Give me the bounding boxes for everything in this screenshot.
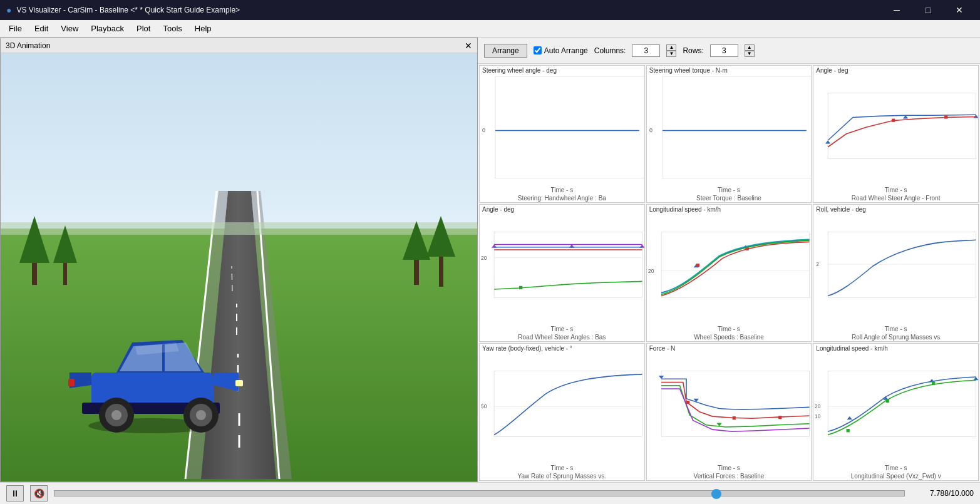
svg-text:10: 10 xyxy=(815,413,821,419)
plot-1-area: 0 xyxy=(480,75,644,186)
svg-rect-65 xyxy=(828,232,976,298)
animation-close-button[interactable]: ✕ xyxy=(465,41,472,51)
plot-5-xlabel: Time - s xyxy=(647,325,812,333)
plot-panel: Arrange Auto Arrange Columns: ▲ ▼ Rows: … xyxy=(478,38,980,482)
plot-3-title: Angle - deg xyxy=(813,66,978,75)
menu-tools[interactable]: Tools xyxy=(157,21,188,36)
plot-2-title: Steering wheel torque - N-m xyxy=(647,66,812,75)
rows-spinner[interactable]: ▲ ▼ xyxy=(745,44,755,57)
menu-plot[interactable]: Plot xyxy=(130,21,157,36)
plot-8-area xyxy=(647,353,812,464)
plot-9-caption: Longitudinal Speed (Vxz_Fwd) v xyxy=(813,472,978,480)
auto-arrange-checkbox[interactable] xyxy=(534,46,542,54)
plot-4-area: 20 xyxy=(480,214,644,325)
plot-1-title: Steering wheel angle - deg xyxy=(480,66,644,75)
plot-6[interactable]: Roll, vehicle - deg 2 Time - s Roll Angl… xyxy=(813,204,979,342)
plot-2-xlabel: Time - s xyxy=(647,186,812,194)
scene-svg xyxy=(1,53,477,481)
statusbar: ⏸ 🔇 7.788/10.000 xyxy=(0,482,980,504)
plot-4[interactable]: Angle - deg 20 xyxy=(479,204,645,342)
plot-4-title: Angle - deg xyxy=(480,205,644,214)
time-display: 7.788/10.000 xyxy=(911,489,974,498)
columns-up[interactable]: ▲ xyxy=(666,44,676,51)
plot-5-title: Longitudinal speed - km/h xyxy=(647,205,812,214)
plot-7-xlabel: Time - s xyxy=(480,464,644,472)
plot-9-title: Longitudinal speed - km/h xyxy=(813,344,978,353)
plot-7[interactable]: Yaw rate (body-fixed), vehicle - ° 50 Ti… xyxy=(479,343,645,481)
rows-up[interactable]: ▲ xyxy=(745,44,755,51)
animation-panel: 3D Animation ✕ xyxy=(0,38,478,482)
plot-7-title: Yaw rate (body-fixed), vehicle - ° xyxy=(480,344,644,353)
play-pause-button[interactable]: ⏸ xyxy=(6,485,24,501)
rows-input[interactable] xyxy=(710,44,738,57)
plot-9-area: 20 10 xyxy=(813,353,978,464)
plot-9-xlabel: Time - s xyxy=(813,464,978,472)
svg-rect-26 xyxy=(68,379,75,386)
3d-scene xyxy=(1,53,477,481)
plot-6-caption: Roll Angle of Sprung Masses vs xyxy=(813,333,978,341)
plot-3-caption: Road Wheel Steer Angle - Front xyxy=(813,194,978,202)
plot-3-xlabel: Time - s xyxy=(813,186,978,194)
menu-playback[interactable]: Playback xyxy=(85,21,130,36)
svg-rect-76 xyxy=(778,416,781,419)
mute-button[interactable]: 🔇 xyxy=(30,485,48,501)
plot-6-xlabel: Time - s xyxy=(813,325,978,333)
columns-input[interactable] xyxy=(632,44,660,57)
menu-file[interactable]: File xyxy=(3,21,28,36)
plot-5[interactable]: Longitudinal speed - km/h 20 xyxy=(646,204,812,342)
svg-rect-57 xyxy=(519,286,522,289)
svg-rect-10 xyxy=(1,222,477,235)
progress-bar[interactable] xyxy=(54,490,905,496)
svg-rect-25 xyxy=(235,380,243,386)
maximize-button[interactable]: □ xyxy=(914,0,942,20)
svg-rect-49 xyxy=(892,119,895,122)
plot-4-caption: Road Wheel Steer Angles : Bas xyxy=(480,333,644,341)
main-area: 3D Animation ✕ xyxy=(0,38,980,482)
plot-5-area: 20 xyxy=(647,214,812,325)
plot-4-xlabel: Time - s xyxy=(480,325,644,333)
plot-1[interactable]: Steering wheel angle - deg 0 Time - s St… xyxy=(479,65,645,203)
plot-2[interactable]: Steering wheel torque - N-m 0 Time - s S… xyxy=(646,65,812,203)
minimize-button[interactable]: ─ xyxy=(882,0,911,20)
progress-thumb[interactable] xyxy=(711,489,721,499)
app-icon: ● xyxy=(6,5,11,15)
columns-down[interactable]: ▼ xyxy=(666,51,676,57)
svg-rect-75 xyxy=(732,416,735,419)
plot-9[interactable]: Longitudinal speed - km/h 20 10 xyxy=(813,343,979,481)
plot-5-caption: Wheel Speeds : Baseline xyxy=(647,333,812,341)
close-button[interactable]: ✕ xyxy=(945,0,974,20)
plot-toolbar: Arrange Auto Arrange Columns: ▲ ▼ Rows: … xyxy=(478,38,980,64)
svg-text:0: 0 xyxy=(649,127,652,133)
plot-1-xlabel: Time - s xyxy=(480,186,644,194)
columns-label: Columns: xyxy=(594,46,626,55)
arrange-button[interactable]: Arrange xyxy=(484,44,527,58)
plot-2-caption: Steer Torque : Baseline xyxy=(647,194,812,202)
plot-6-title: Roll, vehicle - deg xyxy=(813,205,978,214)
svg-rect-86 xyxy=(847,429,850,432)
svg-text:2: 2 xyxy=(817,261,820,267)
svg-text:20: 20 xyxy=(481,255,487,261)
svg-text:0: 0 xyxy=(482,127,485,133)
svg-rect-78 xyxy=(828,371,976,437)
svg-point-21 xyxy=(111,410,121,420)
menu-help[interactable]: Help xyxy=(188,21,218,36)
plot-8-caption: Vertical Forces : Baseline xyxy=(647,472,812,480)
svg-rect-68 xyxy=(494,371,642,437)
plot-7-area: 50 xyxy=(480,353,644,464)
plot-8[interactable]: Force - N xyxy=(646,343,812,481)
svg-text:20: 20 xyxy=(648,268,654,274)
plot-3[interactable]: Angle - deg xyxy=(813,65,979,203)
svg-text:50: 50 xyxy=(481,404,487,410)
plot-3-area xyxy=(813,75,978,186)
svg-rect-74 xyxy=(686,401,689,404)
menu-edit[interactable]: Edit xyxy=(28,21,54,36)
plot-grid: Steering wheel angle - deg 0 Time - s St… xyxy=(478,64,980,482)
plot-2-area: 0 xyxy=(647,75,812,186)
columns-spinner[interactable]: ▲ ▼ xyxy=(666,44,676,57)
menubar: File Edit View Playback Plot Tools Help xyxy=(0,20,980,38)
svg-rect-45 xyxy=(828,93,976,159)
menu-view[interactable]: View xyxy=(54,21,85,36)
auto-arrange-label[interactable]: Auto Arrange xyxy=(534,46,588,55)
plot-1-caption: Steering: Handwheel Angle : Ba xyxy=(480,194,644,202)
rows-down[interactable]: ▼ xyxy=(745,51,755,57)
